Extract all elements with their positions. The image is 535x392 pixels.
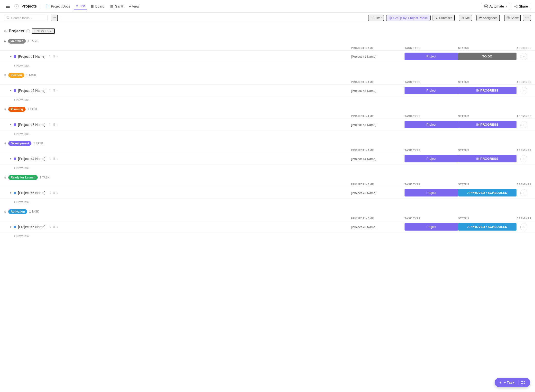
svg-point-23	[507, 17, 509, 19]
svg-line-13	[9, 19, 9, 19]
task-status-badge[interactable]: APPROVED / SCHEDULED	[458, 223, 517, 231]
task-status-badge[interactable]: TO DO	[458, 53, 517, 60]
task-assignee-cell: +	[517, 155, 531, 162]
assignee-avatar[interactable]: +	[520, 189, 527, 196]
group-by-button[interactable]: Group by: Project Phase	[386, 15, 431, 21]
group-ideation-badge[interactable]: Ideation	[8, 73, 24, 78]
projects-collapse-icon[interactable]: ⊖	[4, 29, 7, 33]
new-task-row[interactable]: + New task	[0, 165, 535, 171]
tab-project-docs[interactable]: 📄 Project Docs	[43, 3, 73, 10]
group-ideation-chevron-icon[interactable]: ⊖	[4, 74, 6, 77]
group-identified: ▶ Identified 1 TASK PROJECT NAME TASK TY…	[0, 37, 535, 69]
task-status-cell: APPROVED / SCHEDULED	[458, 223, 517, 231]
task-name[interactable]: [Project #3 Name]	[18, 123, 45, 127]
task-name[interactable]: [Project #1 Name]	[18, 55, 45, 58]
task-name[interactable]: [Project #5 Name]	[18, 191, 45, 195]
task-assignee-cell: +	[517, 189, 531, 196]
assignee-avatar[interactable]: +	[520, 224, 527, 230]
new-task-button[interactable]: + NEW TASK	[32, 28, 55, 34]
search-box[interactable]: Search tasks...	[4, 15, 48, 21]
task-expand-icon[interactable]: ▶	[10, 225, 12, 228]
task-name[interactable]: [Project #2 Name]	[18, 89, 45, 93]
new-task-row[interactable]: + New task	[0, 62, 535, 69]
task-expand-icon[interactable]: ▶	[10, 123, 12, 126]
svg-point-24	[507, 18, 508, 19]
more-options-button[interactable]: •••	[523, 15, 531, 21]
add-task-fab[interactable]: + + Task	[495, 378, 530, 387]
assignees-button[interactable]: Assignees	[476, 15, 500, 21]
task-status-badge[interactable]: IN PROGRESS	[458, 155, 517, 162]
task-name[interactable]: [Project #6 Name]	[18, 225, 45, 229]
task-type-badge[interactable]: Project	[405, 223, 458, 231]
task-menu-icon[interactable]: ≡	[56, 191, 58, 195]
tab-add-view[interactable]: + View	[127, 3, 142, 10]
new-task-row[interactable]: + New task	[0, 199, 535, 205]
task-expand-icon[interactable]: ▶	[10, 157, 12, 160]
group-planning-chevron-icon[interactable]: ⊖	[4, 108, 6, 111]
new-task-row[interactable]: + New task	[0, 96, 535, 103]
group-identified-badge[interactable]: Identified	[8, 39, 26, 44]
group-identified-chevron-icon[interactable]: ▶	[4, 39, 6, 43]
svg-point-7	[516, 5, 517, 6]
group-ready-badge[interactable]: Ready for Launch	[8, 175, 38, 180]
tab-gantt[interactable]: ▤ Gantt	[108, 3, 126, 10]
task-type-badge[interactable]: Project	[405, 87, 458, 94]
share-button[interactable]: Share	[511, 3, 531, 10]
group-development-badge[interactable]: Development	[8, 141, 31, 146]
automate-button[interactable]: Automate ▾	[481, 3, 510, 10]
task-name-cell: ▶ [Project #6 Name] 5 ≡	[10, 225, 351, 229]
filter-button[interactable]: Filter	[368, 15, 384, 21]
group-activation-chevron-icon[interactable]: ⊖	[4, 210, 6, 213]
task-type-badge[interactable]: Project	[405, 121, 458, 128]
group-ready-chevron-icon[interactable]: ⊖	[4, 176, 6, 179]
task-expand-icon[interactable]: ▶	[10, 191, 12, 194]
group-ready-header: ⊖ Ready for Launch 1 TASK	[0, 173, 535, 182]
assignee-avatar[interactable]: +	[520, 87, 527, 94]
group-activation-header: ⊖ Activation 1 TASK	[0, 207, 535, 216]
task-color-dot	[14, 192, 16, 194]
new-task-row[interactable]: + New task	[0, 233, 535, 239]
group-planning-badge[interactable]: Planning	[8, 107, 26, 112]
logo-button[interactable]	[13, 2, 20, 10]
tab-list[interactable]: ≡ List	[74, 3, 87, 10]
show-button[interactable]: Show	[504, 15, 521, 21]
task-type-badge[interactable]: Project	[405, 155, 458, 162]
task-type-cell: Project	[405, 155, 458, 162]
task-type-cell: Project	[405, 223, 458, 231]
task-meta: 5 ≡	[49, 55, 58, 58]
task-menu-icon[interactable]: ≡	[56, 89, 58, 92]
task-menu-icon[interactable]: ≡	[56, 225, 58, 229]
task-menu-icon[interactable]: ≡	[56, 157, 58, 160]
subtasks-button[interactable]: Subtasks	[433, 15, 454, 21]
svg-point-12	[7, 17, 9, 19]
assignee-avatar[interactable]: +	[520, 121, 527, 128]
assignee-avatar[interactable]: +	[520, 155, 527, 162]
task-type-badge[interactable]: Project	[405, 53, 458, 60]
task-expand-icon[interactable]: ▶	[10, 55, 12, 58]
task-name-cell: ▶ [Project #3 Name] 5 ≡	[10, 123, 351, 127]
toolbar: Search tasks... ••• Filter Group by: Pro…	[0, 13, 535, 23]
group-activation-badge[interactable]: Activation	[8, 209, 27, 214]
task-expand-icon[interactable]: ▶	[10, 89, 12, 92]
projects-header: ⊖ Projects i + NEW TASK	[0, 26, 535, 37]
group-development-chevron-icon[interactable]: ⊖	[4, 142, 6, 145]
task-type-badge[interactable]: Project	[405, 189, 458, 196]
task-assignee-cell: +	[517, 121, 531, 128]
task-menu-icon[interactable]: ≡	[56, 55, 58, 58]
tab-board[interactable]: ▦ Board	[88, 3, 107, 10]
toolbar-more-button[interactable]: •••	[51, 15, 58, 21]
assignee-avatar[interactable]: +	[520, 53, 527, 60]
nav-separator	[41, 4, 41, 9]
task-color-dot	[14, 123, 16, 126]
col-headers-activation: PROJECT NAME TASK TYPE STATUS ASSIGNEE	[0, 216, 535, 221]
sidebar-toggle-button[interactable]	[4, 2, 12, 10]
task-name[interactable]: [Project #4 Name]	[18, 157, 45, 161]
task-status-badge[interactable]: APPROVED / SCHEDULED	[458, 189, 517, 196]
projects-info-icon[interactable]: i	[26, 29, 30, 33]
me-button[interactable]: Me	[459, 15, 472, 21]
task-status-badge[interactable]: IN PROGRESS	[458, 87, 517, 94]
task-type-cell: Project	[405, 87, 458, 94]
task-menu-icon[interactable]: ≡	[56, 123, 58, 126]
task-status-badge[interactable]: IN PROGRESS	[458, 121, 517, 128]
new-task-row[interactable]: + New task	[0, 131, 535, 137]
